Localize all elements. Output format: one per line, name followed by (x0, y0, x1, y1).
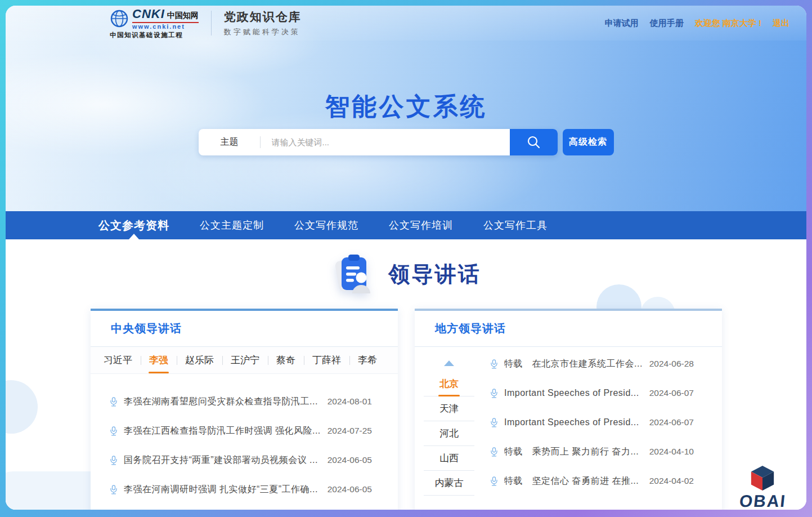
speech-date: 2024-06-05 (328, 455, 372, 465)
speech-date: 2024-04-02 (649, 476, 694, 486)
leader-tabs: 习近平 李强 赵乐际 王沪宁 蔡奇 丁薛祥 李希 (91, 347, 398, 374)
header-divider (211, 11, 212, 35)
chevron-up-icon (444, 360, 454, 366)
logo-site-url: www.cnki.net (132, 23, 199, 30)
search-input[interactable] (261, 129, 510, 155)
logo-brand-text: CNKI (132, 7, 165, 21)
search-row: 主题 高级检索 (199, 129, 614, 155)
list-item[interactable]: Important Speeches of Presid... 2024-06-… (490, 408, 694, 437)
search-button[interactable] (510, 129, 558, 155)
central-speech-list: 李强在湖南看望慰问受灾群众检查指导防汛工... 2024-08-01 李强在江西… (91, 374, 398, 504)
list-item[interactable]: 特载 在北京市住建系统工作会... 2024-06-28 (490, 349, 694, 378)
cnki-logo[interactable]: CNKI 中国知网 www.cnki.net 中国知识基础设施工程 (110, 7, 199, 39)
region-item-hebei[interactable]: 河北 (424, 421, 474, 446)
microphone-icon (490, 359, 498, 369)
microphone-icon (490, 476, 498, 486)
list-item[interactable]: Important Speeches of Presid... 2024-06-… (490, 378, 694, 408)
nav-item-standards[interactable]: 公文写作规范 (279, 211, 374, 239)
product-block: 党政知识仓库 数字赋能科学决策 (224, 9, 302, 37)
product-title: 党政知识仓库 (224, 9, 302, 25)
main-nav: 公文参考资料 公文主题定制 公文写作规范 公文写作培训 公文写作工具 (6, 211, 806, 239)
speech-date: 2024-06-07 (649, 417, 694, 427)
speech-title: 特载 坚定信心 奋勇前进 在推... (504, 475, 643, 487)
region-item-shanxi[interactable]: 山西 (424, 446, 474, 471)
welcome-text: 欢迎您 南京大学 ! (695, 18, 761, 29)
microphone-icon (490, 389, 498, 398)
speech-title: 李强在湖南看望慰问受灾群众检查指导防汛工... (124, 396, 321, 408)
local-panel-title[interactable]: 地方领导讲话 (415, 311, 722, 347)
nav-item-reference[interactable]: 公文参考资料 (83, 211, 185, 239)
list-item[interactable]: 李强在湖南看望慰问受灾群众检查指导防汛工... 2024-08-01 (110, 387, 372, 416)
advanced-search-button[interactable]: 高级检索 (563, 129, 614, 155)
logo-tagline: 中国知识基础设施工程 (110, 31, 199, 39)
tab-leader-2[interactable]: 李强 (141, 347, 177, 373)
microphone-icon (110, 485, 118, 494)
microphone-icon (110, 426, 118, 436)
header-links: 申请试用 使用手册 欢迎您 南京大学 ! 退出 (605, 18, 789, 29)
cnki-globe-icon (110, 9, 129, 28)
local-panel-body: 北京 天津 河北 山西 内蒙古 特载 在北京市住建系统工作会... 2024-0… (415, 347, 722, 496)
speech-date: 2024-06-05 (328, 484, 372, 494)
nav-item-training[interactable]: 公文写作培训 (374, 211, 468, 239)
tab-leader-3[interactable]: 赵乐际 (177, 347, 222, 373)
microphone-icon (490, 447, 498, 457)
section-header: 领导讲话 (6, 252, 806, 297)
speech-date: 2024-06-07 (649, 388, 694, 398)
nav-item-topic[interactable]: 公文主题定制 (185, 211, 279, 239)
decorative-circle (6, 380, 38, 434)
nav-item-tools[interactable]: 公文写作工具 (468, 211, 563, 239)
trial-link[interactable]: 申请试用 (605, 18, 639, 29)
list-item[interactable]: 李强在江西检查指导防汛工作时强调 强化风险... 2024-07-25 (110, 416, 372, 445)
tab-leader-7[interactable]: 李希 (349, 347, 385, 373)
local-speeches-panel: 地方领导讲话 北京 天津 河北 山西 内蒙古 (415, 309, 722, 510)
section-title: 领导讲话 (389, 260, 481, 289)
tab-leader-6[interactable]: 丁薛祥 (304, 347, 349, 373)
product-subtitle: 数字赋能科学决策 (224, 27, 302, 37)
region-item-beijing[interactable]: 北京 (424, 372, 474, 396)
speech-clipboard-icon (331, 252, 373, 297)
tab-leader-5[interactable]: 蔡奇 (268, 347, 304, 373)
central-panel-title[interactable]: 中央领导讲话 (91, 311, 398, 347)
search-bar: 主题 (199, 129, 558, 155)
obai-brand-text: OBAI (738, 493, 787, 510)
region-list: 北京 天津 河北 山西 内蒙古 (424, 372, 474, 496)
speech-title: 特载 乘势而上 聚力前行 奋力... (504, 446, 643, 458)
speech-title: 李强在河南调研时强调 扎实做好“三夏”工作确... (124, 484, 321, 496)
obai-cube-icon (750, 465, 775, 492)
top-header: CNKI 中国知网 www.cnki.net 中国知识基础设施工程 党政知识仓库… (6, 6, 806, 41)
region-item-tianjin[interactable]: 天津 (424, 396, 474, 421)
tab-leader-1[interactable]: 习近平 (95, 347, 141, 373)
speech-date: 2024-04-10 (649, 447, 694, 457)
tab-leader-4[interactable]: 王沪宁 (222, 347, 268, 373)
speech-title: Important Speeches of Presid... (504, 417, 643, 427)
speech-title: Important Speeches of Presid... (504, 388, 643, 398)
page-title: 智能公文系统 (6, 90, 806, 123)
microphone-icon (110, 456, 118, 465)
region-column: 北京 天津 河北 山西 内蒙古 (424, 355, 474, 496)
region-item-neimenggu[interactable]: 内蒙古 (424, 471, 474, 496)
search-icon (526, 135, 541, 150)
list-item[interactable]: 国务院召开支持“两重”建设部署动员视频会议 ... 2024-06-05 (110, 445, 372, 475)
hero-section: CNKI 中国知网 www.cnki.net 中国知识基础设施工程 党政知识仓库… (6, 6, 806, 211)
microphone-icon (490, 418, 498, 427)
central-speeches-panel: 中央领导讲话 习近平 李强 赵乐际 王沪宁 蔡奇 丁薛祥 李希 李强在湖南看望慰… (91, 309, 398, 510)
speech-date: 2024-08-01 (328, 396, 372, 407)
logo-brand-cn: 中国知网 (167, 11, 199, 21)
speech-title: 国务院召开支持“两重”建设部署动员视频会议 ... (124, 454, 321, 466)
speech-date: 2024-07-25 (328, 426, 372, 436)
region-scroll-up[interactable] (424, 355, 474, 372)
content-area: 领导讲话 中央领导讲话 习近平 李强 赵乐际 王沪宁 蔡奇 丁薛祥 李希 李强在… (6, 239, 806, 510)
speech-date: 2024-06-28 (649, 359, 694, 369)
speech-title: 特载 在北京市住建系统工作会... (504, 358, 643, 370)
microphone-icon (110, 397, 118, 407)
list-item[interactable]: 特载 坚定信心 奋勇前进 在推... 2024-04-02 (490, 466, 694, 496)
local-speech-list: 特载 在北京市住建系统工作会... 2024-06-28 Important S… (474, 347, 722, 496)
list-item[interactable]: 李强在河南调研时强调 扎实做好“三夏”工作确... 2024-06-05 (110, 475, 372, 504)
obai-watermark: OBAI OBAI导航网 (732, 465, 793, 510)
speech-title: 李强在江西检查指导防汛工作时强调 强化风险... (124, 425, 321, 437)
list-item[interactable]: 特载 乘势而上 聚力前行 奋力... 2024-04-10 (490, 437, 694, 466)
logout-link[interactable]: 退出 (773, 18, 789, 29)
search-field-selector[interactable]: 主题 (199, 129, 261, 155)
page-frame: CNKI 中国知网 www.cnki.net 中国知识基础设施工程 党政知识仓库… (6, 6, 806, 510)
manual-link[interactable]: 使用手册 (650, 18, 684, 29)
